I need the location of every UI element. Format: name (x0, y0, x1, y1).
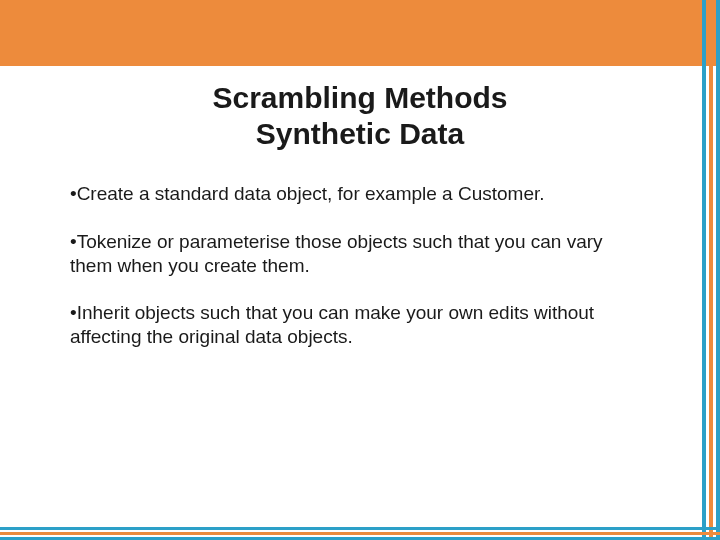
stripe-teal (716, 0, 720, 540)
bottom-accent-stripes (0, 527, 720, 540)
right-accent-stripes (702, 0, 720, 540)
stripe-orange (709, 0, 713, 540)
bullet-item: •Inherit objects such that you can make … (70, 301, 650, 349)
stripe-teal (702, 0, 706, 540)
header-bar (0, 0, 720, 66)
slide-title: Scrambling Methods Synthetic Data (0, 80, 720, 152)
stripe-orange (0, 532, 720, 535)
bullet-item: •Create a standard data object, for exam… (70, 182, 650, 206)
stripe-teal (0, 527, 720, 530)
slide-body: •Create a standard data object, for exam… (0, 152, 720, 349)
title-line-1: Scrambling Methods (0, 80, 720, 116)
title-line-2: Synthetic Data (0, 116, 720, 152)
bullet-item: •Tokenize or parameterise those objects … (70, 230, 650, 278)
